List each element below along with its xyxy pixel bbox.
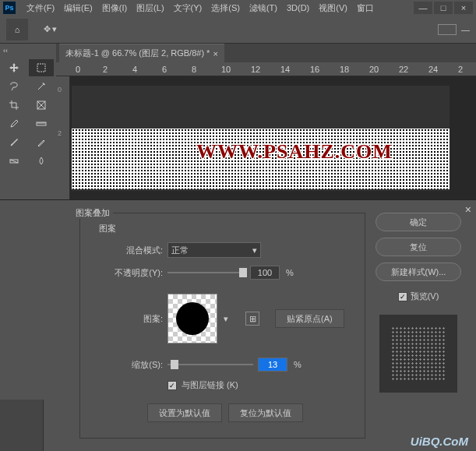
opacity-input[interactable]: 100 (250, 266, 280, 280)
crop-tool[interactable] (2, 97, 26, 114)
home-icon: ⌂ (15, 25, 20, 34)
marquee-tool[interactable] (29, 59, 54, 76)
pattern-thumbnail[interactable] (167, 294, 217, 344)
pattern-overlay-panel: 图案叠加 图案 混合模式: 正常 ▾ 不透明度(Y): 100 % 图案: ▾ (79, 213, 365, 439)
slider-thumb[interactable] (239, 268, 247, 277)
lasso-tool[interactable] (2, 78, 26, 95)
blend-mode-select[interactable]: 正常 ▾ (167, 242, 261, 258)
menu-edit[interactable]: 编辑(E) (59, 1, 97, 16)
pencil-tool[interactable] (29, 134, 54, 151)
move-icon: ✥ (44, 24, 51, 34)
scale-slider[interactable] (167, 359, 253, 370)
main-area: ‹‹ 未标题-1 @ 66.7% (图层 2, RGB/8#) * × 0 2 (0, 44, 476, 199)
opacity-label: 不透明度(Y): (93, 267, 163, 279)
chevron-down-icon: ▾ (252, 245, 257, 255)
close-button[interactable]: × (454, 2, 473, 14)
tab-bar: 未标题-1 @ 66.7% (图层 2, RGB/8#) * × (56, 44, 476, 62)
link-checkbox[interactable]: ✓ (167, 381, 177, 390)
reset-default-button[interactable]: 复位为默认值 (228, 403, 303, 422)
menu-view[interactable]: 视图(V) (314, 1, 352, 16)
preview-pattern (391, 326, 446, 381)
wand-tool[interactable] (29, 78, 54, 95)
ruler-vertical: 0 2 (56, 76, 70, 199)
blur-tool[interactable] (29, 153, 54, 170)
preview-thumbnail (379, 315, 457, 393)
menu-image[interactable]: 图像(I) (97, 1, 132, 16)
tools-panel: ‹‹ (0, 44, 56, 199)
window-controls: — □ × (414, 2, 473, 14)
dialog-right-panel: 确定 复位 新建样式(W)... ✓ 预览(V) (372, 213, 465, 439)
tool-preset[interactable]: ✥▾ (34, 20, 65, 39)
section-title: 图案叠加 (72, 207, 113, 219)
ok-button[interactable]: 确定 (376, 213, 461, 231)
link-label: 与图层链接 (K) (182, 379, 238, 391)
snap-origin-button[interactable]: 贴紧原点(A) (275, 309, 344, 328)
menu-select[interactable]: 选择(S) (206, 1, 245, 16)
menu-3d[interactable]: 3D(D) (282, 2, 314, 14)
preview-checkbox[interactable]: ✓ (398, 292, 407, 301)
app-icon: Ps (3, 2, 16, 14)
pattern-label: 图案: (93, 313, 163, 325)
slider-thumb[interactable] (171, 360, 178, 369)
tab-title: 未标题-1 @ 66.7% (图层 2, RGB/8#) * (65, 48, 210, 59)
gradient-tool[interactable] (2, 153, 26, 170)
menu-file[interactable]: 文件(F) (22, 1, 59, 16)
home-button[interactable]: ⌂ (6, 19, 28, 41)
preview-label: 预览(V) (411, 291, 439, 302)
menu-window[interactable]: 窗口 (352, 1, 379, 16)
menu-bar: Ps 文件(F) 编辑(E) 图像(I) 图层(L) 文字(Y) 选择(S) 滤… (0, 0, 476, 16)
menu-filter[interactable]: 滤镜(T) (245, 1, 282, 16)
pct-label: % (286, 268, 294, 277)
maximize-button[interactable]: □ (434, 2, 453, 14)
reset-button[interactable]: 复位 (376, 238, 461, 256)
pattern-dropdown-icon[interactable]: ▾ (222, 314, 230, 324)
document-tab[interactable]: 未标题-1 @ 66.7% (图层 2, RGB/8#) * × (59, 44, 224, 62)
collapse-icon[interactable]: ‹‹ (0, 47, 56, 58)
tab-close-icon[interactable]: × (213, 49, 217, 58)
menu-layer[interactable]: 图层(L) (132, 1, 168, 16)
canvas-wrap: 0 2 WWW.PSAHZ.COM (56, 76, 476, 199)
dialog-close-icon[interactable]: × (465, 203, 471, 216)
set-default-button[interactable]: 设置为默认值 (147, 403, 222, 422)
options-bar: ⌂ ✥▾ — (0, 16, 476, 44)
ruler-horizontal: 0 2 4 6 8 10 12 14 16 18 20 22 24 2 (56, 62, 476, 76)
snap-grid-icon[interactable]: ⊞ (245, 312, 259, 326)
canvas[interactable]: WWW.PSAHZ.COM (72, 86, 450, 191)
workspace-icon[interactable] (438, 24, 457, 35)
group-title: 图案 (99, 223, 352, 234)
chevron-down-icon: ▾ (52, 24, 57, 34)
scale-label: 缩放(S): (93, 359, 163, 371)
ruler-tool[interactable] (29, 115, 54, 132)
menu-type[interactable]: 文字(Y) (169, 1, 207, 16)
minimize-button[interactable]: — (414, 2, 432, 14)
blend-mode-label: 混合模式: (93, 245, 163, 256)
toolbar-right: — (438, 24, 470, 35)
left-panel-strip: + + + + (0, 400, 44, 451)
pct-label: % (294, 360, 301, 369)
svg-rect-0 (37, 64, 45, 72)
site-watermark: UiBQ.CoM (411, 435, 468, 448)
blend-mode-value: 正常 (171, 245, 189, 256)
layer-style-dialog: × + + + + 图案叠加 图案 混合模式: 正常 ▾ 不透明度(Y): 10… (0, 199, 476, 451)
eyedropper-tool[interactable] (2, 115, 26, 132)
new-style-button[interactable]: 新建样式(W)... (376, 262, 461, 281)
move-tool[interactable] (2, 59, 26, 76)
brush-tool[interactable] (2, 134, 26, 151)
circle-icon (176, 302, 209, 335)
frame-tool[interactable] (29, 97, 54, 114)
document-area: 未标题-1 @ 66.7% (图层 2, RGB/8#) * × 0 2 4 6… (56, 44, 476, 199)
scale-input[interactable]: 13 (258, 358, 287, 372)
dash-icon: — (461, 25, 470, 34)
opacity-slider[interactable] (167, 267, 245, 278)
watermark-text: WWW.PSAHZ.COM (196, 140, 393, 164)
